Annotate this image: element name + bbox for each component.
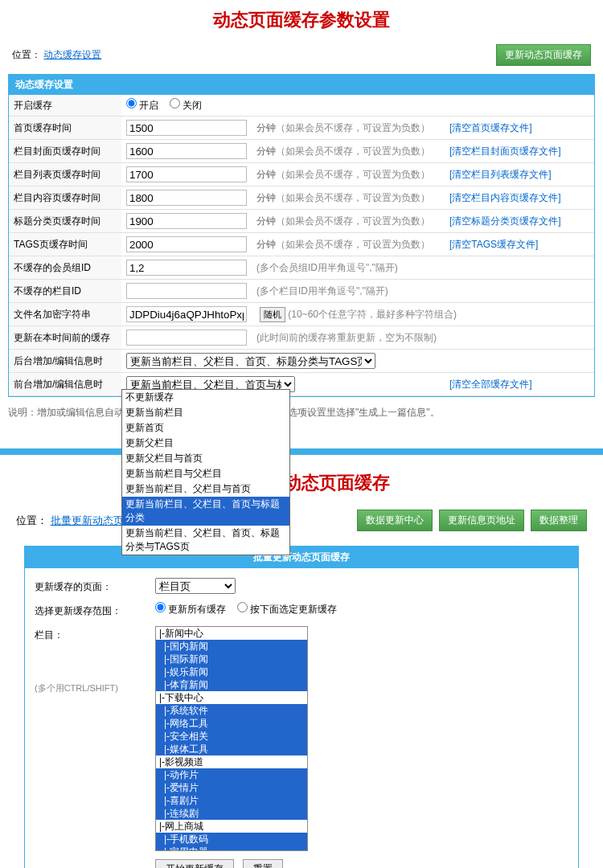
category-item[interactable]: |-喜剧片 xyxy=(156,794,307,807)
dropdown-option[interactable]: 更新父栏目 xyxy=(122,436,289,451)
row-page-label: 更新缓存的页面： xyxy=(35,578,155,594)
category-item[interactable]: |-影视频道 xyxy=(156,755,307,768)
clear-cache-link[interactable]: [清空栏目列表缓存文件] xyxy=(449,169,552,180)
nav-button[interactable]: 更新信息页地址 xyxy=(439,510,524,531)
reset-button[interactable]: 重置 xyxy=(243,859,283,868)
row-nogroup-label: 不缓存的会员组ID xyxy=(9,256,121,280)
update-cache-button[interactable]: 更新动态页面缓存 xyxy=(496,44,591,66)
frontend-dropdown-list[interactable]: 不更新缓存更新当前栏目更新首页更新父栏目更新父栏目与首页更新当前栏目与父栏目更新… xyxy=(121,389,290,555)
page-title-2: 批量更新动态页面缓存 xyxy=(0,463,603,503)
category-item[interactable]: |-网上商城 xyxy=(156,820,307,833)
nogroup-input[interactable] xyxy=(126,260,247,276)
nocat-input[interactable] xyxy=(126,283,247,299)
category-item[interactable]: |-手机数码 xyxy=(156,833,307,845)
row-frontend-label: 前台增加/编辑信息时 xyxy=(9,373,121,396)
cache-row-label: 首页缓存时间 xyxy=(9,117,121,140)
category-item[interactable]: |-国际新闻 xyxy=(156,653,307,665)
cache-time-input[interactable] xyxy=(126,120,247,136)
cache-row-label: TAGS页缓存时间 xyxy=(9,233,121,256)
clear-cache-link[interactable]: [清空栏目封面页缓存文件] xyxy=(449,145,561,157)
panel-header: 动态缓存设置 xyxy=(9,75,594,95)
category-item[interactable]: |-连续剧 xyxy=(156,807,307,820)
batch-panel: 批量更新动态页面缓存 更新缓存的页面： 栏目页 选择更新缓存范围： 更新所有缓存… xyxy=(24,546,579,868)
cache-time-input[interactable] xyxy=(126,213,247,229)
category-item[interactable]: |-下载中心 xyxy=(156,691,307,704)
category-item[interactable]: |-娱乐新闻 xyxy=(156,665,307,678)
clear-cache-link[interactable]: [清空TAGS缓存文件] xyxy=(449,239,538,250)
scope-all-radio[interactable] xyxy=(155,602,166,612)
breadcrumb-label-2: 位置： xyxy=(16,514,47,526)
settings-panel: 动态缓存设置 开启缓存 开启 关闭 首页缓存时间 分钟（如果会员不缓存，可设置为… xyxy=(8,74,595,397)
page-title-1: 动态页面缓存参数设置 xyxy=(0,0,603,40)
dropdown-option[interactable]: 更新当前栏目、父栏目、首页、标题分类与TAGS页 xyxy=(122,526,289,555)
radio-off-label[interactable]: 关闭 xyxy=(170,100,202,111)
scope-selected-radio[interactable] xyxy=(237,602,248,612)
encrypt-input[interactable] xyxy=(126,306,247,322)
cache-row-label: 标题分类页缓存时间 xyxy=(9,210,121,233)
row-nocat-label: 不缓存的栏目ID xyxy=(9,280,121,303)
beforetime-input[interactable] xyxy=(126,330,247,346)
start-update-button[interactable]: 开始更新缓存 xyxy=(155,859,234,868)
row-cat-label: 栏目： xyxy=(35,628,155,642)
row-backend-label: 后台增加/编辑信息时 xyxy=(9,350,121,373)
category-item[interactable]: |-爱情片 xyxy=(156,781,307,794)
row-cat-hint: (多个用CTRL/SHIFT) xyxy=(35,682,155,694)
dropdown-option[interactable]: 更新当前栏目与父栏目 xyxy=(122,466,289,481)
category-listbox[interactable]: |-新闻中心 |-国内新闻 |-国际新闻 |-娱乐新闻 |-体育新闻|-下载中心… xyxy=(155,626,308,851)
category-item[interactable]: |-新闻中心 xyxy=(156,627,307,640)
nav-button[interactable]: 数据整理 xyxy=(531,510,587,531)
radio-on-label[interactable]: 开启 xyxy=(126,100,158,111)
beforetime-hint: (此时间前的缓存将重新更新，空为不限制) xyxy=(252,326,594,350)
radio-off[interactable] xyxy=(170,98,180,108)
dropdown-option[interactable]: 更新当前栏目、父栏目与首页 xyxy=(122,481,289,497)
encrypt-hint: (10~60个任意字符，最好多种字符组合) xyxy=(288,309,457,320)
category-item[interactable]: |-体育新闻 xyxy=(156,678,307,691)
breadcrumb-1: 位置： 动态缓存设置 xyxy=(12,48,101,62)
category-item[interactable]: |-家用电器 xyxy=(156,845,307,851)
nogroup-hint: (多个会员组ID用半角逗号","隔开) xyxy=(252,256,594,280)
scope-all-label[interactable]: 更新所有缓存 xyxy=(155,604,226,615)
cache-time-input[interactable] xyxy=(126,143,247,159)
page-type-select[interactable]: 栏目页 xyxy=(155,578,236,594)
note-row: 说明：增加或编辑信息自动会更选项设置里选择"生成上一篇信息"。 xyxy=(0,401,603,424)
nav-button[interactable]: 数据更新中心 xyxy=(357,510,433,531)
scope-selected-label[interactable]: 按下面选定更新缓存 xyxy=(237,604,337,615)
nocat-hint: (多个栏目ID用半角逗号","隔开) xyxy=(252,280,594,303)
row-beforetime-label: 更新在本时间前的缓存 xyxy=(9,326,121,350)
breadcrumb-label: 位置： xyxy=(12,49,41,60)
clear-cache-link[interactable]: [清空栏目内容页缓存文件] xyxy=(449,192,561,203)
category-item[interactable]: |-系统软件 xyxy=(156,704,307,717)
breadcrumb-link-1[interactable]: 动态缓存设置 xyxy=(43,49,101,60)
cache-time-input[interactable] xyxy=(126,166,247,182)
dropdown-option[interactable]: 更新首页 xyxy=(122,420,289,436)
dropdown-option[interactable]: 更新父栏目与首页 xyxy=(122,451,289,466)
row-scope-label: 选择更新缓存范围： xyxy=(35,602,155,618)
divider xyxy=(0,448,603,455)
category-item[interactable]: |-国内新闻 xyxy=(156,640,307,653)
cache-row-label: 栏目封面页缓存时间 xyxy=(9,140,121,163)
dropdown-option[interactable]: 更新当前栏目 xyxy=(122,405,289,420)
cache-row-label: 栏目内容页缓存时间 xyxy=(9,186,121,210)
radio-on[interactable] xyxy=(126,98,137,108)
clear-cache-link[interactable]: [清空首页缓存文件] xyxy=(449,122,532,133)
dropdown-option[interactable]: 不更新缓存 xyxy=(122,390,289,405)
category-item[interactable]: |-动作片 xyxy=(156,768,307,781)
clear-cache-link[interactable]: [清空标题分类页缓存文件] xyxy=(449,215,561,227)
cache-row-label: 栏目列表页缓存时间 xyxy=(9,163,121,186)
backend-select[interactable]: 更新当前栏目、父栏目、首页、标题分类与TAGS页 xyxy=(126,353,375,369)
cache-time-input[interactable] xyxy=(126,190,247,206)
row-enable-label: 开启缓存 xyxy=(9,95,121,117)
category-item[interactable]: |-安全相关 xyxy=(156,730,307,743)
random-button[interactable]: 随机 xyxy=(260,307,285,322)
dropdown-option[interactable]: 更新当前栏目、父栏目、首页与标题分类 xyxy=(122,497,289,526)
category-item[interactable]: |-网络工具 xyxy=(156,717,307,730)
category-item[interactable]: |-媒体工具 xyxy=(156,743,307,755)
batch-panel-header: 批量更新动态页面缓存 xyxy=(25,547,578,568)
clear-all-cache-link[interactable]: [清空全部缓存文件] xyxy=(449,379,532,390)
cache-time-input[interactable] xyxy=(126,236,247,252)
row-encrypt-label: 文件名加密字符串 xyxy=(9,303,121,326)
